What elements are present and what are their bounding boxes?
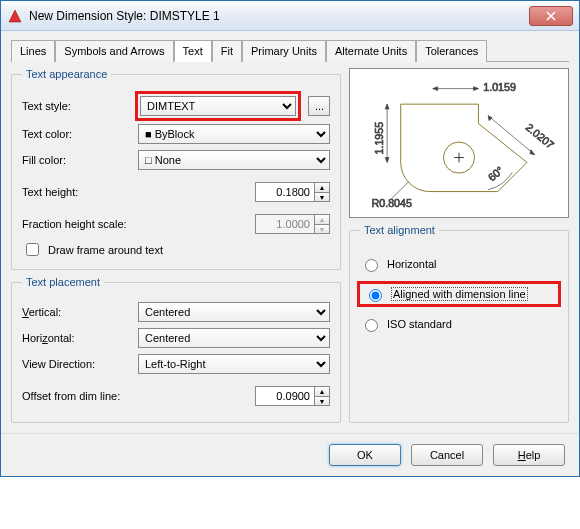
- ok-button[interactable]: OK: [329, 444, 401, 466]
- text-height-down[interactable]: ▼: [314, 192, 330, 202]
- text-style-select[interactable]: DIMTEXT: [140, 96, 296, 116]
- align-iso-radio[interactable]: [365, 319, 378, 332]
- window-title: New Dimension Style: DIMSTYLE 1: [29, 9, 529, 23]
- svg-line-6: [488, 116, 535, 155]
- tab-symbols-arrows[interactable]: Symbols and Arrows: [55, 40, 173, 62]
- text-appearance-group: Text appearance Text style: DIMTEXT ... …: [11, 68, 341, 270]
- draw-frame-checkbox[interactable]: [26, 243, 39, 256]
- dialog-footer: OK Cancel Help: [1, 433, 579, 476]
- svg-marker-0: [9, 10, 21, 22]
- tab-fit[interactable]: Fit: [212, 40, 242, 62]
- tab-alternate-units[interactable]: Alternate Units: [326, 40, 416, 62]
- text-style-browse-button[interactable]: ...: [308, 96, 330, 116]
- text-placement-group: Text placement Vertical: Centered Horizo…: [11, 276, 341, 423]
- text-style-label: Text style:: [22, 100, 132, 112]
- help-button[interactable]: Help: [493, 444, 565, 466]
- text-placement-legend: Text placement: [22, 276, 104, 288]
- align-horizontal-label: Horizontal: [387, 258, 437, 270]
- text-color-label: Text color:: [22, 128, 132, 140]
- offset-up[interactable]: ▲: [314, 386, 330, 396]
- align-aligned-label: Aligned with dimension line: [391, 287, 528, 301]
- fraction-scale-up: ▲: [314, 214, 330, 224]
- tab-lines[interactable]: Lines: [11, 40, 55, 62]
- vertical-label: Vertical:: [22, 306, 132, 318]
- cancel-button[interactable]: Cancel: [411, 444, 483, 466]
- offset-label: Offset from dim line:: [22, 390, 152, 402]
- align-aligned-radio[interactable]: [369, 289, 382, 302]
- dim-left: 1.1955: [373, 122, 385, 155]
- horizontal-select[interactable]: Centered: [138, 328, 330, 348]
- view-direction-select[interactable]: Left-to-Right: [138, 354, 330, 374]
- fraction-scale-label: Fraction height scale:: [22, 218, 152, 230]
- dim-right: 2.0207: [524, 121, 557, 151]
- titlebar: New Dimension Style: DIMSTYLE 1: [1, 1, 579, 31]
- tab-text[interactable]: Text: [174, 40, 212, 62]
- dim-angle: 60°: [486, 164, 506, 184]
- offset-input[interactable]: [255, 386, 315, 406]
- dialog-window: New Dimension Style: DIMSTYLE 1 Lines Sy…: [0, 0, 580, 477]
- offset-down[interactable]: ▼: [314, 396, 330, 406]
- fraction-scale-down: ▼: [314, 224, 330, 234]
- app-icon: [7, 8, 23, 24]
- vertical-select[interactable]: Centered: [138, 302, 330, 322]
- tab-body: Text appearance Text style: DIMTEXT ... …: [1, 62, 579, 433]
- align-horizontal-radio[interactable]: [365, 259, 378, 272]
- text-appearance-legend: Text appearance: [22, 68, 111, 80]
- fill-color-label: Fill color:: [22, 154, 132, 166]
- text-color-select[interactable]: ■ ByBlock: [138, 124, 330, 144]
- align-iso-label: ISO standard: [387, 318, 452, 330]
- view-direction-label: View Direction:: [22, 358, 132, 370]
- text-height-label: Text height:: [22, 186, 132, 198]
- dim-radius: R0.8045: [372, 197, 412, 209]
- fraction-scale-input: [255, 214, 315, 234]
- tab-tolerances[interactable]: Tolerances: [416, 40, 487, 62]
- text-height-up[interactable]: ▲: [314, 182, 330, 192]
- draw-frame-label: Draw frame around text: [48, 244, 163, 256]
- tab-primary-units[interactable]: Primary Units: [242, 40, 326, 62]
- close-button[interactable]: [529, 6, 573, 26]
- tab-strip: Lines Symbols and Arrows Text Fit Primar…: [11, 39, 569, 62]
- dimension-preview: 1.0159 1.1955 2.0207 60° R0.8045: [349, 68, 569, 218]
- horizontal-label: Horizontal:: [22, 332, 132, 344]
- text-alignment-legend: Text alignment: [360, 224, 439, 236]
- dim-top: 1.0159: [483, 81, 516, 93]
- fill-color-select[interactable]: □ None: [138, 150, 330, 170]
- text-height-input[interactable]: [255, 182, 315, 202]
- text-alignment-group: Text alignment Horizontal Aligned with d…: [349, 224, 569, 423]
